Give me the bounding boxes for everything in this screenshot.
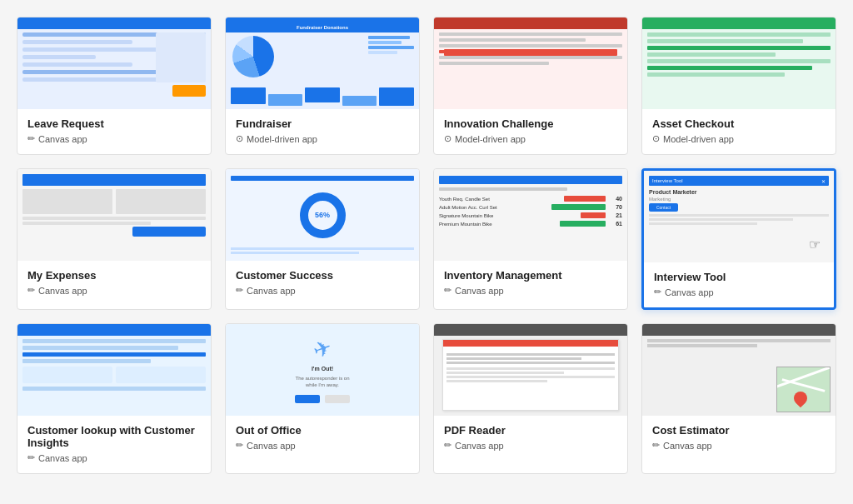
- app-grid: Leave Request ✏ Canvas app Fundraiser Do…: [17, 17, 836, 474]
- card-type-inventory-management: ✏ Canvas app: [444, 285, 617, 296]
- model-icon-asset: ⊙: [652, 133, 660, 144]
- thumbnail-cost-estimator: [642, 324, 836, 416]
- card-info-cost-estimator: Cost Estimator ✏ Canvas app: [642, 416, 836, 461]
- card-title-customer-success: Customer Success: [236, 269, 409, 282]
- thumbnail-asset-checkout: [642, 17, 836, 109]
- thumbnail-out-of-office: ✈ I'm Out! The autoresponder is onwhile …: [226, 324, 419, 416]
- card-type-innovation-challenge: ⊙ Model-driven app: [444, 133, 617, 144]
- card-info-pdf-reader: PDF Reader ✏ Canvas app: [434, 416, 627, 461]
- thumbnail-my-expenses: [17, 169, 211, 261]
- card-customer-success[interactable]: Customer Success ✏ Canvas app: [225, 168, 420, 310]
- card-info-customer-lookup: Customer lookup with Customer Insights ✏…: [17, 416, 211, 473]
- thumbnail-leave-request: [17, 17, 211, 109]
- thumbnail-interview-tool: Interview Tool ✕ Product Marketer Market…: [644, 171, 834, 262]
- card-info-asset-checkout: Asset Checkout ⊙ Model-driven app: [642, 109, 836, 154]
- card-interview-tool[interactable]: Interview Tool ✕ Product Marketer Market…: [641, 168, 836, 310]
- card-title-out-of-office: Out of Office: [236, 424, 409, 437]
- model-icon-fundraiser: ⊙: [236, 133, 243, 144]
- card-cost-estimator[interactable]: Cost Estimator ✏ Canvas app: [641, 323, 836, 474]
- pencil-icon: ✏: [27, 133, 35, 144]
- card-info-fundraiser: Fundraiser ⊙ Model-driven app: [226, 109, 419, 154]
- card-type-cost-estimator: ✏ Canvas app: [652, 440, 826, 451]
- card-type-out-of-office: ✏ Canvas app: [236, 440, 409, 451]
- card-type-customer-success: ✏ Canvas app: [236, 285, 409, 296]
- card-fundraiser[interactable]: Fundraiser Donations Fun: [225, 17, 420, 155]
- card-out-of-office[interactable]: ✈ I'm Out! The autoresponder is onwhile …: [225, 323, 420, 474]
- card-type-my-expenses: ✏ Canvas app: [27, 285, 201, 296]
- card-title-leave-request: Leave Request: [27, 117, 201, 130]
- card-leave-request[interactable]: Leave Request ✏ Canvas app: [17, 17, 212, 155]
- pencil-icon-pdf: ✏: [444, 440, 451, 451]
- card-type-pdf-reader: ✏ Canvas app: [444, 440, 617, 451]
- thumbnail-innovation-challenge: [434, 17, 627, 109]
- card-title-fundraiser: Fundraiser: [236, 117, 409, 130]
- card-type-leave-request: ✏ Canvas app: [27, 133, 201, 144]
- card-title-interview-tool: Interview Tool: [654, 271, 824, 283]
- card-info-inventory-management: Inventory Management ✏ Canvas app: [434, 261, 627, 306]
- pencil-icon-inventory: ✏: [444, 285, 451, 296]
- thumbnail-pdf-reader: [434, 324, 627, 416]
- card-info-interview-tool: Interview Tool ✏ Canvas app: [644, 262, 834, 307]
- thumbnail-customer-success: [226, 169, 419, 261]
- card-title-cost-estimator: Cost Estimator: [652, 424, 826, 437]
- pencil-icon-cost: ✏: [652, 440, 660, 451]
- card-info-customer-success: Customer Success ✏ Canvas app: [226, 261, 419, 306]
- card-info-out-of-office: Out of Office ✏ Canvas app: [226, 416, 419, 461]
- thumbnail-customer-lookup: [17, 324, 211, 416]
- model-icon-innovation: ⊙: [444, 133, 451, 144]
- card-type-customer-lookup: ✏ Canvas app: [27, 452, 201, 463]
- thumbnail-inventory-management: Youth Req. Candle Set 40 Adult Motion Ac…: [434, 169, 627, 261]
- pencil-icon-customer-success: ✏: [236, 285, 243, 296]
- card-info-leave-request: Leave Request ✏ Canvas app: [17, 109, 211, 154]
- card-asset-checkout[interactable]: Asset Checkout ⊙ Model-driven app: [641, 17, 836, 155]
- pencil-icon-lookup: ✏: [27, 452, 35, 463]
- card-type-asset-checkout: ⊙ Model-driven app: [652, 133, 826, 144]
- card-customer-lookup[interactable]: Customer lookup with Customer Insights ✏…: [17, 323, 212, 474]
- card-title-inventory-management: Inventory Management: [444, 269, 617, 282]
- card-innovation-challenge[interactable]: Innovation Challenge ⊙ Model-driven app: [433, 17, 628, 155]
- card-title-customer-lookup: Customer lookup with Customer Insights: [27, 424, 201, 449]
- card-inventory-management[interactable]: Youth Req. Candle Set 40 Adult Motion Ac…: [433, 168, 628, 310]
- card-info-my-expenses: My Expenses ✏ Canvas app: [17, 261, 211, 306]
- card-title-pdf-reader: PDF Reader: [444, 424, 617, 437]
- thumbnail-fundraiser: Fundraiser Donations: [226, 17, 419, 109]
- card-type-fundraiser: ⊙ Model-driven app: [236, 133, 409, 144]
- card-type-interview-tool: ✏ Canvas app: [654, 287, 824, 297]
- card-pdf-reader[interactable]: PDF Reader ✏ Canvas app: [433, 323, 628, 474]
- pencil-icon-interview: ✏: [654, 287, 661, 297]
- card-title-innovation-challenge: Innovation Challenge: [444, 117, 617, 130]
- card-info-innovation-challenge: Innovation Challenge ⊙ Model-driven app: [434, 109, 627, 154]
- pencil-icon-expenses: ✏: [27, 285, 35, 296]
- card-title-my-expenses: My Expenses: [27, 269, 201, 282]
- card-my-expenses[interactable]: My Expenses ✏ Canvas app: [17, 168, 212, 310]
- pencil-icon-ooo: ✏: [236, 440, 243, 451]
- card-title-asset-checkout: Asset Checkout: [652, 117, 826, 130]
